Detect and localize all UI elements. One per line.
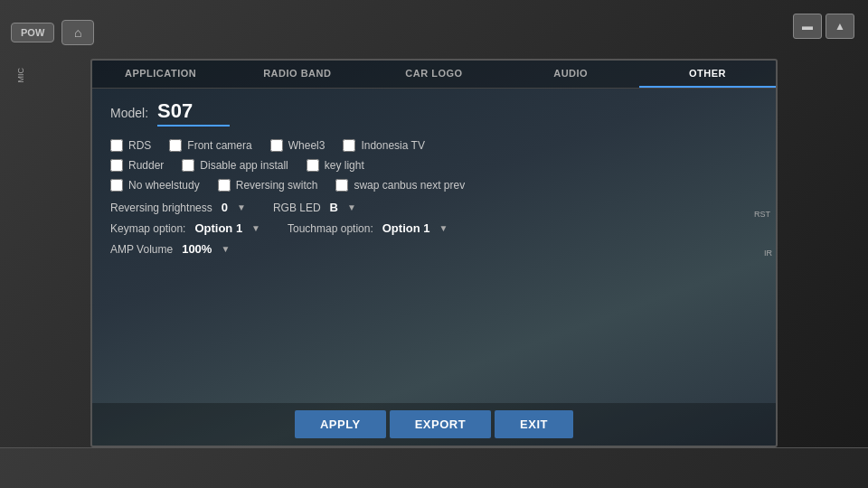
- keymap-option-label: Keymap option:: [110, 222, 185, 235]
- keymap-option-row: Keymap option: Option 1 ▼: [110, 221, 260, 235]
- rudder-label: Rudder: [128, 159, 164, 172]
- touchmap-option-label: Touchmap option:: [288, 222, 373, 235]
- wheel3-label: Wheel3: [288, 139, 326, 152]
- rgb-led-value: B: [330, 201, 338, 214]
- home-button[interactable]: ⌂: [61, 20, 94, 45]
- no-wheelstudy-input[interactable]: [110, 179, 123, 192]
- swap-canbus-label: swap canbus next prev: [354, 179, 465, 192]
- rgb-led-row: RGB LED B ▼: [273, 201, 356, 214]
- content-area: Model: S07 RDS Front camera Wheel3: [92, 89, 776, 403]
- rgb-led-arrow[interactable]: ▼: [347, 202, 356, 212]
- reversing-brightness-value: 0: [222, 201, 228, 214]
- checkbox-no-wheelstudy[interactable]: No wheelstudy: [110, 179, 200, 192]
- indonesia-tv-label: Indonesia TV: [361, 139, 425, 152]
- apply-button[interactable]: APPLY: [295, 410, 386, 438]
- key-light-input[interactable]: [307, 159, 319, 172]
- right-buttons: ▬ ▲: [793, 14, 854, 39]
- checkbox-wheel3[interactable]: Wheel3: [270, 139, 326, 152]
- rds-label: RDS: [128, 139, 151, 152]
- rgb-led-label: RGB LED: [273, 202, 321, 214]
- bottom-device-bar: [0, 447, 868, 488]
- touchmap-option-value: Option 1: [382, 221, 430, 235]
- checkbox-front-camera[interactable]: Front camera: [169, 139, 251, 152]
- minus-button[interactable]: ▬: [793, 14, 822, 39]
- checkbox-key-light[interactable]: key light: [307, 159, 364, 172]
- amp-volume-label: AMP Volume: [110, 243, 173, 256]
- touchmap-option-arrow[interactable]: ▼: [439, 223, 448, 233]
- reversing-brightness-label: Reversing brightness: [110, 202, 212, 214]
- checkbox-swap-canbus[interactable]: swap canbus next prev: [335, 179, 465, 192]
- main-screen: IR RST APPLICATION RADIO BAND CAR LOGO A…: [90, 59, 778, 447]
- disable-app-input[interactable]: [182, 159, 194, 172]
- reversing-switch-label: Reversing switch: [236, 179, 318, 192]
- tab-application[interactable]: APPLICATION: [92, 61, 229, 88]
- mic-label: MIC: [16, 68, 25, 83]
- touchmap-option-row: Touchmap option: Option 1 ▼: [288, 221, 448, 235]
- checkbox-rudder[interactable]: Rudder: [110, 159, 164, 172]
- swap-canbus-input[interactable]: [335, 179, 348, 192]
- indonesia-tv-input[interactable]: [343, 139, 355, 152]
- checkbox-indonesia-tv[interactable]: Indonesia TV: [343, 139, 425, 152]
- reversing-brightness-arrow[interactable]: ▼: [237, 202, 246, 212]
- checkbox-disable-app[interactable]: Disable app install: [182, 159, 288, 172]
- top-bar: POW ⌂: [0, 7, 868, 57]
- checkbox-reversing-switch[interactable]: Reversing switch: [218, 179, 318, 192]
- wheel3-input[interactable]: [270, 139, 283, 152]
- export-button[interactable]: EXPORT: [390, 410, 491, 438]
- amp-volume-value: 100%: [182, 242, 212, 256]
- amp-volume-row: AMP Volume 100% ▼: [110, 242, 230, 256]
- reversing-brightness-row: Reversing brightness 0 ▼: [110, 201, 246, 214]
- rudder-input[interactable]: [110, 159, 123, 172]
- checkbox-rds[interactable]: RDS: [110, 139, 151, 152]
- key-light-label: key light: [325, 159, 364, 172]
- tab-audio[interactable]: AUDIO: [503, 61, 639, 88]
- model-row: Model: S07: [110, 99, 758, 127]
- model-label: Model:: [110, 106, 148, 120]
- keymap-option-arrow[interactable]: ▼: [251, 223, 260, 233]
- no-wheelstudy-label: No wheelstudy: [128, 179, 200, 192]
- triangle-button[interactable]: ▲: [826, 14, 854, 39]
- reversing-switch-input[interactable]: [218, 179, 231, 192]
- model-value: S07: [157, 99, 230, 127]
- rds-input[interactable]: [110, 139, 123, 152]
- tab-other[interactable]: OTHER: [639, 61, 776, 88]
- exit-button[interactable]: EXIT: [495, 410, 573, 438]
- front-camera-label: Front camera: [187, 139, 251, 152]
- amp-volume-arrow[interactable]: ▼: [221, 244, 230, 254]
- pow-button[interactable]: POW: [11, 23, 54, 42]
- device-outer: POW ⌂ ▬ ▲ MIC IR RST APPLICATION RADIO B…: [0, 0, 868, 488]
- disable-app-label: Disable app install: [200, 159, 288, 172]
- bottom-bar: APPLY EXPORT EXIT: [92, 403, 776, 446]
- tab-bar: APPLICATION RADIO BAND CAR LOGO AUDIO OT…: [92, 61, 776, 89]
- tab-radio-band[interactable]: RADIO BAND: [229, 61, 365, 88]
- front-camera-input[interactable]: [169, 139, 182, 152]
- tab-car-logo[interactable]: CAR LOGO: [365, 61, 502, 88]
- keymap-option-value: Option 1: [194, 221, 242, 235]
